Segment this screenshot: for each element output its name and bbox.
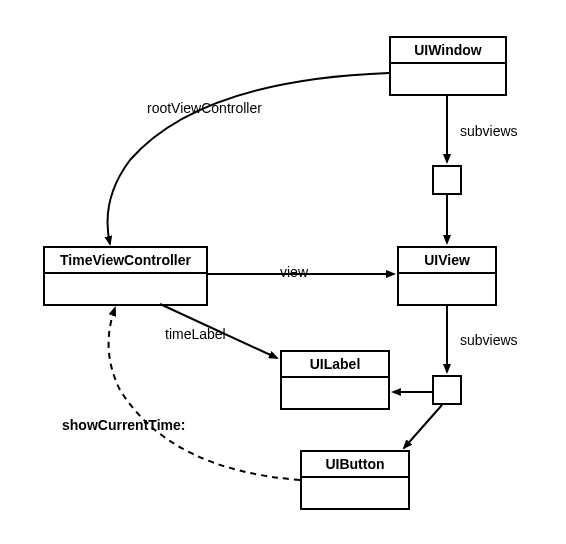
collection-box-1 <box>432 165 462 195</box>
class-uiview: UIView <box>397 246 497 306</box>
class-uilabel: UILabel <box>280 350 390 410</box>
class-uibutton: UIButton <box>300 450 410 510</box>
class-title: UIWindow <box>391 38 505 64</box>
collection-box-2 <box>432 375 462 405</box>
class-title: UIButton <box>302 452 408 478</box>
label-subviews-1: subviews <box>460 123 518 139</box>
label-view: view <box>280 264 308 280</box>
class-title: UIView <box>399 248 495 274</box>
label-showcurrenttime: showCurrentTime: <box>62 417 185 433</box>
class-title: UILabel <box>282 352 388 378</box>
class-uiwindow: UIWindow <box>389 36 507 96</box>
edge-rootviewcontroller <box>108 73 390 244</box>
label-timelabel: timeLabel <box>165 326 226 342</box>
class-timeviewcontroller: TimeViewController <box>43 246 208 306</box>
label-rootviewcontroller: rootViewController <box>147 100 262 116</box>
label-subviews-2: subviews <box>460 332 518 348</box>
class-title: TimeViewController <box>45 248 206 274</box>
edge-box2-uibutton <box>404 405 442 448</box>
diagram-canvas: UIWindow TimeViewController UIView UILab… <box>0 0 566 544</box>
